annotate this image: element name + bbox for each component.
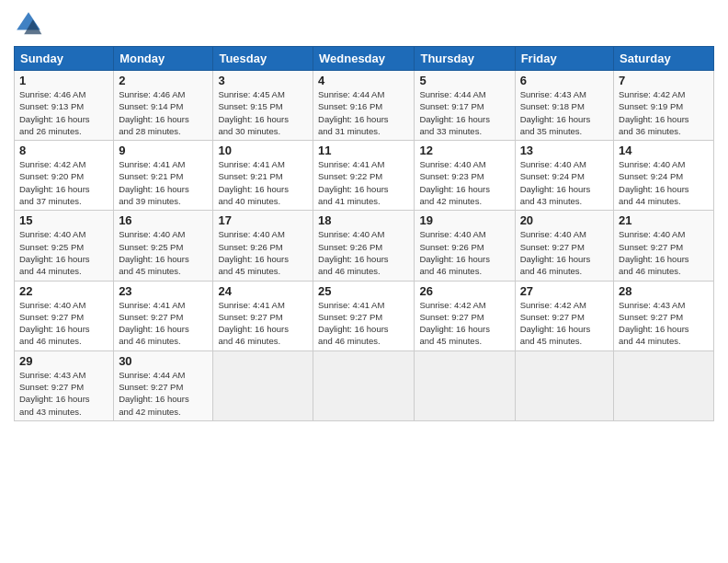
calendar-cell: 9Sunrise: 4:41 AM Sunset: 9:21 PM Daylig… [114, 141, 213, 211]
day-info: Sunrise: 4:46 AM Sunset: 9:14 PM Dayligh… [119, 88, 208, 137]
day-info: Sunrise: 4:44 AM Sunset: 9:17 PM Dayligh… [419, 88, 509, 137]
calendar-cell: 29Sunrise: 4:43 AM Sunset: 9:27 PM Dayli… [15, 350, 114, 420]
day-info: Sunrise: 4:40 AM Sunset: 9:26 PM Dayligh… [419, 228, 509, 277]
day-number: 1 [19, 74, 108, 87]
day-number: 17 [218, 213, 308, 227]
calendar-cell: 16Sunrise: 4:40 AM Sunset: 9:25 PM Dayli… [114, 211, 213, 281]
day-info: Sunrise: 4:40 AM Sunset: 9:24 PM Dayligh… [520, 158, 609, 207]
day-number: 13 [520, 144, 609, 157]
calendar-cell: 18Sunrise: 4:40 AM Sunset: 9:26 PM Dayli… [313, 211, 415, 281]
calendar-cell: 4Sunrise: 4:44 AM Sunset: 9:16 PM Daylig… [313, 71, 415, 141]
calendar-cell: 22Sunrise: 4:40 AM Sunset: 9:27 PM Dayli… [15, 281, 114, 350]
day-number: 25 [318, 284, 409, 298]
calendar-cell: 27Sunrise: 4:42 AM Sunset: 9:27 PM Dayli… [515, 281, 613, 350]
calendar-cell [313, 350, 415, 420]
calendar-cell [614, 350, 714, 420]
day-number: 14 [619, 144, 709, 157]
day-number: 30 [119, 354, 208, 368]
day-info: Sunrise: 4:42 AM Sunset: 9:20 PM Dayligh… [19, 158, 108, 207]
calendar-cell: 10Sunrise: 4:41 AM Sunset: 9:21 PM Dayli… [213, 141, 313, 211]
day-number: 5 [419, 74, 509, 87]
day-info: Sunrise: 4:40 AM Sunset: 9:26 PM Dayligh… [218, 228, 308, 277]
calendar-cell: 20Sunrise: 4:40 AM Sunset: 9:27 PM Dayli… [515, 211, 613, 281]
day-info: Sunrise: 4:40 AM Sunset: 9:27 PM Dayligh… [520, 228, 609, 277]
day-number: 6 [520, 74, 609, 87]
day-number: 18 [318, 213, 409, 227]
page: SundayMondayTuesdayWednesdayThursdayFrid… [0, 0, 728, 563]
calendar-cell: 5Sunrise: 4:44 AM Sunset: 9:17 PM Daylig… [415, 71, 515, 141]
calendar-cell [213, 350, 313, 420]
calendar-cell: 11Sunrise: 4:41 AM Sunset: 9:22 PM Dayli… [313, 141, 415, 211]
day-number: 19 [419, 213, 509, 227]
calendar-cell: 12Sunrise: 4:40 AM Sunset: 9:23 PM Dayli… [415, 141, 515, 211]
calendar-cell: 6Sunrise: 4:43 AM Sunset: 9:18 PM Daylig… [515, 71, 613, 141]
day-number: 8 [19, 144, 108, 157]
calendar-cell: 21Sunrise: 4:40 AM Sunset: 9:27 PM Dayli… [614, 211, 714, 281]
calendar-table: SundayMondayTuesdayWednesdayThursdayFrid… [14, 46, 714, 421]
calendar-cell: 7Sunrise: 4:42 AM Sunset: 9:19 PM Daylig… [614, 71, 714, 141]
day-header-saturday: Saturday [614, 47, 714, 71]
day-header-tuesday: Tuesday [213, 47, 313, 71]
day-info: Sunrise: 4:40 AM Sunset: 9:25 PM Dayligh… [119, 228, 208, 277]
header [14, 9, 714, 39]
calendar-cell: 23Sunrise: 4:41 AM Sunset: 9:27 PM Dayli… [114, 281, 213, 350]
day-number: 29 [19, 354, 108, 368]
day-number: 9 [119, 144, 208, 157]
calendar-cell: 17Sunrise: 4:40 AM Sunset: 9:26 PM Dayli… [213, 211, 313, 281]
day-header-wednesday: Wednesday [313, 47, 415, 71]
calendar-week-row: 8Sunrise: 4:42 AM Sunset: 9:20 PM Daylig… [15, 141, 714, 211]
day-info: Sunrise: 4:40 AM Sunset: 9:23 PM Dayligh… [419, 158, 509, 207]
day-number: 28 [619, 284, 709, 298]
day-number: 27 [520, 284, 609, 298]
calendar-cell: 2Sunrise: 4:46 AM Sunset: 9:14 PM Daylig… [114, 71, 213, 141]
day-info: Sunrise: 4:41 AM Sunset: 9:21 PM Dayligh… [218, 158, 308, 207]
calendar-cell: 3Sunrise: 4:45 AM Sunset: 9:15 PM Daylig… [213, 71, 313, 141]
day-number: 4 [318, 74, 409, 87]
day-number: 20 [520, 213, 609, 227]
day-info: Sunrise: 4:43 AM Sunset: 9:27 PM Dayligh… [619, 299, 709, 348]
calendar-cell [415, 350, 515, 420]
calendar-header-row: SundayMondayTuesdayWednesdayThursdayFrid… [15, 47, 714, 71]
calendar-cell: 13Sunrise: 4:40 AM Sunset: 9:24 PM Dayli… [515, 141, 613, 211]
calendar-cell: 26Sunrise: 4:42 AM Sunset: 9:27 PM Dayli… [415, 281, 515, 350]
day-info: Sunrise: 4:46 AM Sunset: 9:13 PM Dayligh… [19, 88, 108, 137]
day-number: 26 [419, 284, 509, 298]
day-info: Sunrise: 4:42 AM Sunset: 9:27 PM Dayligh… [419, 299, 509, 348]
day-number: 10 [218, 144, 308, 157]
logo [14, 9, 47, 39]
calendar-cell [515, 350, 613, 420]
day-header-monday: Monday [114, 47, 213, 71]
calendar-week-row: 15Sunrise: 4:40 AM Sunset: 9:25 PM Dayli… [15, 211, 714, 281]
day-number: 11 [318, 144, 409, 157]
day-info: Sunrise: 4:41 AM Sunset: 9:27 PM Dayligh… [119, 299, 208, 348]
calendar-week-row: 1Sunrise: 4:46 AM Sunset: 9:13 PM Daylig… [15, 71, 714, 141]
day-header-friday: Friday [515, 47, 613, 71]
calendar-cell: 24Sunrise: 4:41 AM Sunset: 9:27 PM Dayli… [213, 281, 313, 350]
calendar-week-row: 22Sunrise: 4:40 AM Sunset: 9:27 PM Dayli… [15, 281, 714, 350]
day-info: Sunrise: 4:43 AM Sunset: 9:27 PM Dayligh… [19, 369, 108, 418]
day-number: 3 [218, 74, 308, 87]
day-info: Sunrise: 4:41 AM Sunset: 9:27 PM Dayligh… [218, 299, 308, 348]
day-number: 12 [419, 144, 509, 157]
day-info: Sunrise: 4:41 AM Sunset: 9:21 PM Dayligh… [119, 158, 208, 207]
calendar-cell: 1Sunrise: 4:46 AM Sunset: 9:13 PM Daylig… [15, 71, 114, 141]
calendar-cell: 19Sunrise: 4:40 AM Sunset: 9:26 PM Dayli… [415, 211, 515, 281]
day-number: 22 [19, 284, 108, 298]
day-info: Sunrise: 4:45 AM Sunset: 9:15 PM Dayligh… [218, 88, 308, 137]
calendar-cell: 14Sunrise: 4:40 AM Sunset: 9:24 PM Dayli… [614, 141, 714, 211]
day-header-sunday: Sunday [15, 47, 114, 71]
day-number: 24 [218, 284, 308, 298]
calendar-cell: 15Sunrise: 4:40 AM Sunset: 9:25 PM Dayli… [15, 211, 114, 281]
day-number: 7 [619, 74, 709, 87]
day-info: Sunrise: 4:43 AM Sunset: 9:18 PM Dayligh… [520, 88, 609, 137]
day-number: 21 [619, 213, 709, 227]
day-info: Sunrise: 4:44 AM Sunset: 9:16 PM Dayligh… [318, 88, 409, 137]
day-number: 15 [19, 213, 108, 227]
calendar-cell: 8Sunrise: 4:42 AM Sunset: 9:20 PM Daylig… [15, 141, 114, 211]
calendar-cell: 30Sunrise: 4:44 AM Sunset: 9:27 PM Dayli… [114, 350, 213, 420]
day-info: Sunrise: 4:41 AM Sunset: 9:22 PM Dayligh… [318, 158, 409, 207]
calendar-cell: 25Sunrise: 4:41 AM Sunset: 9:27 PM Dayli… [313, 281, 415, 350]
day-info: Sunrise: 4:40 AM Sunset: 9:27 PM Dayligh… [619, 228, 709, 277]
day-info: Sunrise: 4:42 AM Sunset: 9:19 PM Dayligh… [619, 88, 709, 137]
calendar-week-row: 29Sunrise: 4:43 AM Sunset: 9:27 PM Dayli… [15, 350, 714, 420]
